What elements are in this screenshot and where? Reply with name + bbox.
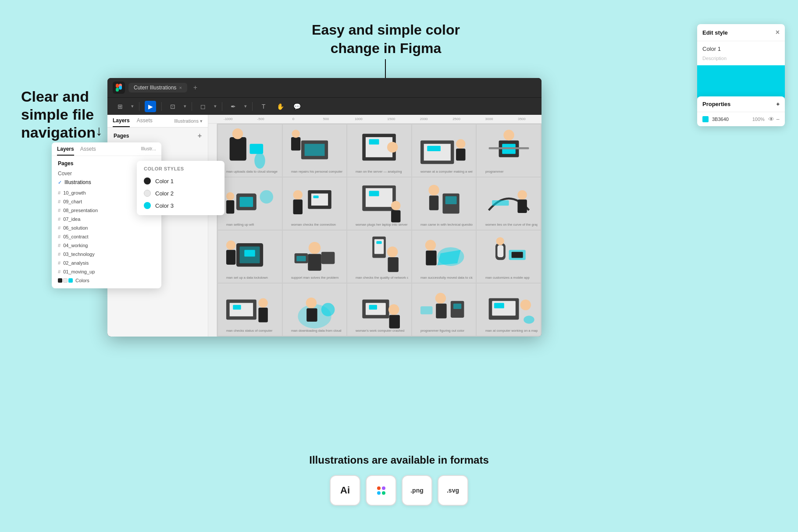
svg-rect-76 [426,251,436,266]
lp-layer-item[interactable]: #06_solution [52,223,161,232]
format-svg-badge: .svg [438,475,468,506]
properties-panel: Properties + 3B3640 100% 👁 − [697,96,785,126]
pen-chevron[interactable]: ▾ [244,103,247,109]
svg-text:man repairs his personal compu: man repairs his personal computer [291,170,343,174]
shape-tool-icon[interactable]: ◻ [197,101,209,112]
svg-rect-2 [116,88,119,92]
svg-text:man successfully moved data to: man successfully moved data to cloud [420,276,473,280]
svg-rect-49 [429,195,438,210]
figma-dots [377,486,385,495]
illustration-cell: man customizes a mobile app [477,231,541,283]
svg-point-87 [259,298,268,307]
svg-point-7 [255,153,265,169]
active-tab[interactable]: Cuterr Illustrations × [128,83,187,92]
svg-rect-33 [240,197,253,207]
lp-sq-dark [58,278,62,283]
illustration-cell: man came in with technical question [412,177,476,230]
lp-tab-layers[interactable]: Layers [57,146,74,156]
svg-rect-67 [296,256,306,261]
lp-sq-light [63,278,68,283]
svg-text:woman at a computer making a w: woman at a computer making a web site [420,170,473,174]
figma-dot-purple [382,486,385,490]
svg-text:programmer figuring out color: programmer figuring out color [420,329,464,333]
hand-tool-icon[interactable]: ✋ [274,101,286,112]
minus-icon[interactable]: − [776,116,780,123]
lp-layer-item[interactable]: #05_contract [52,232,161,241]
comment-tool-icon[interactable]: 💬 [291,101,303,112]
svg-rect-45 [392,210,401,223]
illustration-cell: programmer figuring out color [412,284,476,336]
svg-rect-51 [445,196,457,204]
color-style-item-3[interactable]: Color 3 [137,199,224,212]
svg-rect-37 [311,194,328,206]
frame-chevron[interactable]: ▾ [184,103,186,109]
svg-point-98 [388,304,399,315]
frame-tool-icon[interactable]: ⊡ [167,101,178,112]
svg-rect-30 [226,200,234,214]
svg-rect-106 [420,306,433,314]
svg-text:woman's work computer crashed: woman's work computer crashed [355,329,404,333]
tab-close-icon[interactable]: × [179,85,182,90]
illustration-cell: man repairs his personal computer [283,124,347,177]
format-ai-badge: Ai [330,475,360,506]
svg-text:man downloading data from clou: man downloading data from cloud [291,329,341,333]
eye-icon[interactable]: 👁 [768,116,774,123]
figma-body: Layers Assets Illustrations ▾ Pages + Co… [107,115,542,337]
svg-text:man set up a data lockdown: man set up a data lockdown [226,276,268,280]
lp-tab-assets[interactable]: Assets [80,146,96,156]
lp-layer-item[interactable]: #03_technology [52,250,161,259]
svg-rect-23 [456,149,465,161]
svg-rect-104 [451,301,464,318]
lp-layer-item[interactable]: #01_moving_up [52,267,161,276]
add-page-button[interactable]: + [198,132,202,140]
ai-label: Ai [340,485,350,496]
illustration-cell: man on the server — analyzing [347,124,411,177]
svg-text:woman plugs her laptop into se: woman plugs her laptop into server [355,223,408,227]
svg-text:man came in with technical que: man came in with technical question [420,223,473,227]
svg-rect-99 [389,315,400,329]
tab-assets[interactable]: Assets [137,117,153,127]
illustration-cell: woman plugs her laptop into server [347,177,411,230]
color-style-item-2[interactable]: Color 2 [137,187,224,199]
figma-titlebar: Cuterr Illustrations × + [107,78,542,97]
lp-layer-item[interactable]: #04_working [52,241,161,250]
svg-point-71 [387,247,398,257]
shape-chevron[interactable]: ▾ [214,103,217,109]
svg-rect-11 [291,137,300,151]
svg-rect-89 [233,305,241,310]
tab-layers[interactable]: Layers [113,117,130,127]
svg-point-59 [226,241,235,250]
toolbar-divider-5 [252,102,253,111]
svg-point-94 [321,303,335,316]
pointer-tool-icon[interactable]: ▶ [145,101,156,112]
grid-tool-icon[interactable]: ⊞ [114,101,126,112]
add-tab-button[interactable]: + [191,84,200,92]
pen-tool-icon[interactable]: ✒ [228,101,239,112]
lp-layer-item[interactable]: #02_analysis [52,259,161,267]
ruler-vertical [208,124,217,337]
color-style-item-1[interactable]: Color 1 [137,175,224,187]
grid-chevron[interactable]: ▾ [131,103,134,109]
tab-illustrations[interactable]: Illustrations ▾ [174,117,203,127]
figma-canvas: -1000 -500 0 500 1000 1500 2000 2500 300… [208,115,542,337]
svg-point-44 [392,201,401,210]
text-tool-icon[interactable]: T [258,101,269,112]
lp-layer-colors[interactable]: Colors [52,276,161,285]
lp-layer-item[interactable]: #07_idea [52,215,161,223]
svg-rect-3 [119,86,122,90]
lp-tab-illustr[interactable]: Illustr... [141,146,156,156]
svg-point-102 [435,293,446,303]
svg-text:man uploads data to cloud stor: man uploads data to cloud storage [226,170,278,174]
illustration-cell: man successfully moved data to cloud [412,231,476,283]
pages-label: Pages [114,133,129,139]
figma-logo [113,82,125,94]
color-swatch [697,65,785,100]
top-heading: Easy and simple color change in Figma [307,21,465,57]
illustration-cell: woman at a computer making a web site [412,124,476,177]
toolbar-divider-4 [222,102,222,111]
close-icon[interactable]: × [776,28,780,36]
illustration-cell: man uploads data to cloud storage [218,124,282,177]
svg-rect-21 [427,146,441,151]
format-badges: Ai .png .svg [330,475,468,506]
add-property-button[interactable]: + [776,101,780,107]
